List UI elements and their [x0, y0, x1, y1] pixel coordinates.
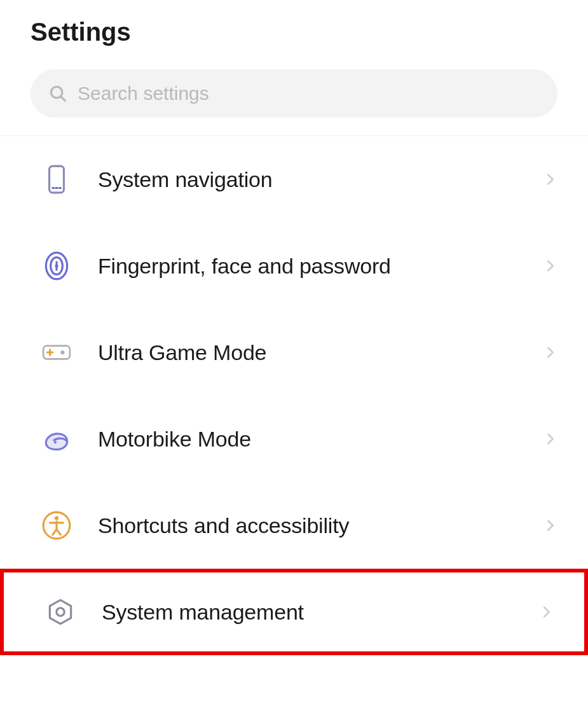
item-label: System navigation	[98, 167, 518, 192]
svg-line-20	[57, 529, 60, 534]
chevron-right-icon	[544, 259, 557, 273]
page-title: Settings	[0, 0, 588, 69]
settings-gear-icon	[44, 596, 76, 628]
chevron-right-icon	[544, 172, 557, 186]
chevron-right-icon	[544, 518, 557, 532]
item-label: Ultra Game Mode	[98, 340, 518, 365]
helmet-icon	[41, 423, 72, 455]
svg-point-13	[60, 350, 64, 354]
item-shortcuts-accessibility[interactable]: Shortcuts and accessibility	[0, 482, 588, 569]
svg-marker-21	[50, 600, 71, 624]
item-label: Fingerprint, face and password	[98, 254, 518, 279]
svg-line-1	[61, 97, 65, 101]
settings-list: System navigation Fingerprint, face and …	[0, 136, 588, 655]
chevron-right-icon	[540, 605, 554, 619]
item-motorbike-mode[interactable]: Motorbike Mode	[0, 396, 588, 482]
svg-point-9	[55, 264, 58, 267]
item-system-management[interactable]: System management	[0, 569, 588, 655]
item-label: Shortcuts and accessibility	[98, 513, 518, 538]
search-container	[0, 69, 588, 129]
item-label: System management	[102, 600, 514, 625]
phone-nav-icon	[41, 163, 72, 195]
svg-point-22	[57, 608, 65, 616]
search-input[interactable]	[78, 83, 540, 104]
fingerprint-icon	[41, 250, 72, 282]
chevron-right-icon	[544, 432, 557, 446]
search-icon	[48, 84, 67, 103]
chevron-right-icon	[544, 345, 557, 359]
item-system-navigation[interactable]: System navigation	[0, 136, 588, 223]
svg-point-16	[55, 516, 58, 520]
item-fingerprint-face-password[interactable]: Fingerprint, face and password	[0, 223, 588, 309]
search-bar[interactable]	[31, 69, 557, 118]
item-ultra-game-mode[interactable]: Ultra Game Mode	[0, 309, 588, 396]
svg-point-14	[54, 441, 57, 443]
item-label: Motorbike Mode	[98, 427, 518, 452]
accessibility-icon	[41, 510, 72, 541]
game-controller-icon	[41, 337, 72, 368]
